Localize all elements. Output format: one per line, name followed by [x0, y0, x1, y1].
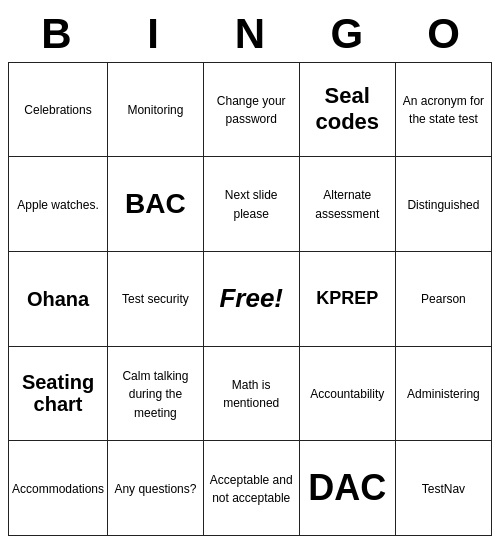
header-letter-n: N — [202, 8, 299, 60]
bingo-cell-r1-c0: Apple watches. — [9, 157, 108, 252]
cell-text: BAC — [125, 188, 186, 219]
bingo-cell-r3-c2: Math is mentioned — [203, 346, 299, 441]
bingo-cell-r3-c0: Seating chart — [9, 346, 108, 441]
bingo-cell-r0-c2: Change your password — [203, 62, 299, 157]
bingo-cell-r2-c2: Free! — [203, 251, 299, 346]
cell-text: Free! — [219, 283, 283, 313]
cell-text: Ohana — [27, 288, 89, 310]
bingo-cell-r2-c0: Ohana — [9, 251, 108, 346]
cell-text: Seal codes — [315, 83, 379, 134]
cell-text: Next slide please — [225, 188, 278, 221]
bingo-cell-r3-c1: Calm talking during the meeting — [108, 346, 204, 441]
cell-text: Math is mentioned — [223, 378, 279, 411]
bingo-cell-r2-c3: KPREP — [299, 251, 395, 346]
bingo-header: BINGO — [8, 8, 492, 60]
table-row: Seating chartCalm talking during the mee… — [9, 346, 492, 441]
cell-text: Any questions? — [114, 482, 196, 496]
table-row: CelebrationsMonitoringChange your passwo… — [9, 62, 492, 157]
cell-text: Apple watches. — [17, 198, 98, 212]
bingo-grid: CelebrationsMonitoringChange your passwo… — [8, 62, 492, 536]
bingo-cell-r1-c3: Alternate assessment — [299, 157, 395, 252]
bingo-cell-r0-c1: Monitoring — [108, 62, 204, 157]
cell-text: Distinguished — [407, 198, 479, 212]
cell-text: KPREP — [316, 288, 378, 308]
cell-text: Administering — [407, 387, 480, 401]
bingo-cell-r4-c4: TestNav — [395, 441, 491, 536]
bingo-cell-r4-c1: Any questions? — [108, 441, 204, 536]
cell-text: Alternate assessment — [315, 188, 379, 221]
header-letter-b: B — [8, 8, 105, 60]
cell-text: Seating chart — [22, 371, 94, 415]
cell-text: Calm talking during the meeting — [122, 369, 188, 420]
header-letter-o: O — [395, 8, 492, 60]
header-letter-i: I — [105, 8, 202, 60]
bingo-cell-r3-c3: Accountability — [299, 346, 395, 441]
bingo-cell-r2-c4: Pearson — [395, 251, 491, 346]
table-row: AccommodationsAny questions?Acceptable a… — [9, 441, 492, 536]
bingo-cell-r2-c1: Test security — [108, 251, 204, 346]
bingo-cell-r0-c4: An acronym for the state test — [395, 62, 491, 157]
bingo-cell-r0-c3: Seal codes — [299, 62, 395, 157]
bingo-cell-r1-c4: Distinguished — [395, 157, 491, 252]
cell-text: Accountability — [310, 387, 384, 401]
cell-text: Change your password — [217, 94, 286, 127]
bingo-cell-r3-c4: Administering — [395, 346, 491, 441]
cell-text: Test security — [122, 292, 189, 306]
cell-text: Celebrations — [24, 103, 91, 117]
cell-text: TestNav — [422, 482, 465, 496]
bingo-cell-r1-c2: Next slide please — [203, 157, 299, 252]
cell-text: DAC — [308, 467, 386, 508]
bingo-cell-r0-c0: Celebrations — [9, 62, 108, 157]
header-letter-g: G — [298, 8, 395, 60]
table-row: Apple watches.BACNext slide pleaseAltern… — [9, 157, 492, 252]
bingo-cell-r4-c2: Acceptable and not acceptable — [203, 441, 299, 536]
cell-text: Accommodations — [12, 482, 104, 496]
bingo-cell-r4-c0: Accommodations — [9, 441, 108, 536]
cell-text: An acronym for the state test — [403, 94, 484, 127]
cell-text: Pearson — [421, 292, 466, 306]
cell-text: Monitoring — [127, 103, 183, 117]
bingo-cell-r4-c3: DAC — [299, 441, 395, 536]
cell-text: Acceptable and not acceptable — [210, 473, 293, 506]
bingo-cell-r1-c1: BAC — [108, 157, 204, 252]
table-row: OhanaTest securityFree!KPREPPearson — [9, 251, 492, 346]
